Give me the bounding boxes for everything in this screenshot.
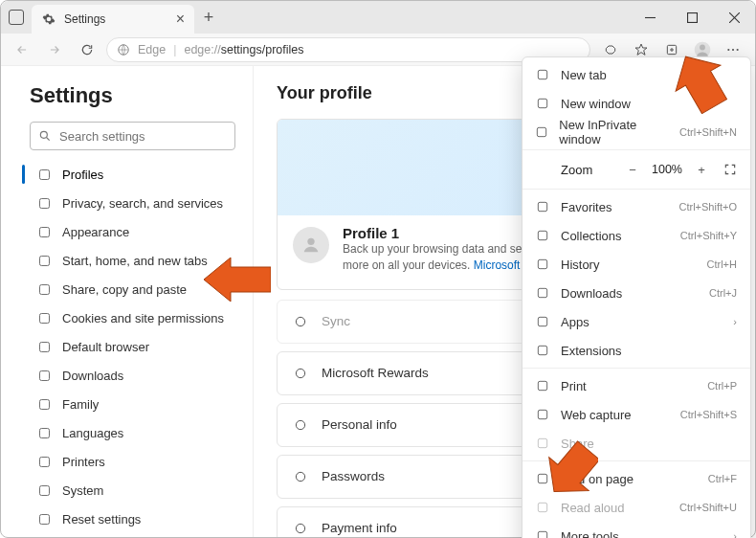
nav-forward[interactable]	[41, 36, 68, 63]
search-input[interactable]	[59, 129, 227, 144]
sidebar-item-label: Start, home, and new tabs	[62, 254, 208, 268]
menu-item-icon	[534, 125, 549, 139]
menu-item[interactable]: Extensions	[523, 336, 750, 365]
sidebar-item-icon	[35, 397, 53, 412]
menu-item[interactable]: Apps›	[523, 307, 750, 336]
edge-logo-icon	[117, 43, 130, 56]
menu-item-label: Extensions	[561, 344, 622, 358]
window-minimize[interactable]	[629, 1, 671, 34]
menu-item[interactable]: New tab	[523, 60, 750, 89]
svg-point-10	[727, 48, 729, 50]
menu-item[interactable]: DownloadsCtrl+J	[523, 279, 750, 307]
menu-shortcut: Ctrl+Shift+U	[679, 502, 737, 513]
menu-shortcut: Ctrl+F	[708, 473, 737, 484]
address-bar[interactable]: Edge | edge://settings/profiles	[106, 37, 590, 62]
settings-search[interactable]	[30, 122, 235, 150]
sidebar-item-icon	[35, 340, 53, 354]
sidebar-item[interactable]: Default browser	[30, 332, 235, 361]
sidebar-item[interactable]: Downloads	[30, 361, 235, 390]
svg-rect-16	[39, 198, 49, 208]
sidebar-item-label: Downloads	[62, 369, 123, 383]
menu-item[interactable]: FavoritesCtrl+Shift+O	[523, 192, 750, 221]
svg-point-40	[296, 317, 304, 325]
zoom-in-button[interactable]: +	[691, 159, 712, 180]
menu-item-label: Read aloud	[561, 501, 625, 515]
sidebar-item-icon	[35, 225, 53, 239]
menu-item-label: Print	[561, 379, 587, 393]
menu-item-icon	[534, 379, 551, 392]
menu-item-label: New InPrivate window	[559, 118, 670, 146]
svg-rect-59	[538, 474, 546, 482]
menu-shortcut: Ctrl+Shift+O	[678, 201, 737, 213]
row-icon	[291, 314, 310, 329]
svg-rect-56	[538, 381, 546, 390]
zoom-out-button[interactable]: −	[622, 159, 643, 180]
svg-rect-60	[538, 503, 546, 511]
sidebar-item[interactable]: Cookies and site permissions	[30, 303, 235, 332]
avatar	[293, 227, 329, 263]
menu-item-icon	[534, 437, 551, 450]
window-maximize[interactable]	[671, 1, 713, 34]
svg-rect-15	[39, 169, 49, 179]
svg-rect-27	[39, 514, 49, 524]
sidebar-item[interactable]: Phone and other devices	[30, 533, 235, 537]
menu-item[interactable]: New window	[523, 89, 750, 118]
browser-tab[interactable]: Settings ×	[32, 5, 194, 34]
fullscreen-button[interactable]	[720, 159, 741, 180]
menu-item-icon	[534, 229, 551, 242]
svg-point-44	[296, 524, 304, 532]
menu-item-label: More tools	[561, 529, 619, 539]
svg-point-11	[732, 48, 734, 50]
row-label: Payment info	[322, 521, 397, 535]
sidebar-item[interactable]: Family	[30, 390, 235, 418]
menu-item[interactable]: PrintCtrl+P	[523, 371, 750, 400]
sidebar-item[interactable]: Profiles	[30, 160, 235, 189]
svg-point-43	[296, 472, 304, 481]
menu-item-icon	[534, 258, 551, 271]
new-tab-button[interactable]: +	[194, 8, 223, 28]
svg-rect-50	[538, 202, 546, 211]
sidebar-item-label: Reset settings	[62, 512, 141, 527]
menu-item-label: New window	[561, 97, 631, 111]
svg-rect-17	[39, 227, 49, 236]
menu-item[interactable]: HistoryCtrl+H	[523, 250, 750, 279]
sidebar-item[interactable]: Appearance	[30, 217, 235, 246]
menu-item[interactable]: CollectionsCtrl+Shift+Y	[523, 221, 750, 250]
menu-item-icon	[534, 286, 551, 300]
tab-actions-icon[interactable]	[9, 10, 24, 25]
row-label: Personal info	[322, 417, 397, 432]
tab-close-icon[interactable]: ×	[176, 11, 185, 27]
sidebar-item-icon	[35, 282, 53, 297]
sidebar-item-icon	[35, 168, 53, 182]
svg-rect-25	[39, 457, 49, 466]
sidebar-item[interactable]: Reset settings	[30, 504, 235, 533]
menu-item[interactable]: Web captureCtrl+Shift+S	[523, 400, 750, 429]
menu-item[interactable]: Find on pageCtrl+F	[523, 464, 750, 493]
menu-item-label: Favorites	[561, 200, 611, 214]
chevron-right-icon: ›	[733, 530, 737, 538]
menu-item-label: Apps	[561, 315, 589, 329]
sidebar-item[interactable]: System	[30, 476, 235, 504]
svg-rect-48	[538, 99, 546, 107]
svg-point-42	[296, 420, 304, 429]
sidebar-item[interactable]: Printers	[30, 447, 235, 476]
menu-item[interactable]: New InPrivate windowCtrl+Shift+N	[523, 118, 750, 146]
tab-title: Settings	[64, 12, 168, 26]
row-label: Sync	[322, 314, 350, 328]
menu-item-label: History	[561, 258, 599, 272]
window-close[interactable]	[713, 1, 755, 34]
svg-rect-52	[538, 259, 546, 268]
svg-rect-21	[39, 342, 49, 351]
svg-rect-61	[538, 531, 546, 538]
row-icon	[291, 521, 310, 536]
sidebar-item[interactable]: Privacy, search, and services	[30, 189, 235, 217]
nav-refresh[interactable]	[74, 36, 100, 63]
titlebar: Settings × +	[1, 1, 755, 34]
sidebar-item[interactable]: Languages	[30, 418, 235, 447]
sidebar-item[interactable]: Start, home, and new tabs	[30, 246, 235, 275]
menu-item[interactable]: More tools›	[523, 522, 750, 538]
svg-rect-26	[39, 485, 49, 495]
svg-rect-24	[39, 428, 49, 437]
nav-back[interactable]	[9, 36, 35, 63]
sidebar-item[interactable]: Share, copy and paste	[30, 275, 235, 303]
